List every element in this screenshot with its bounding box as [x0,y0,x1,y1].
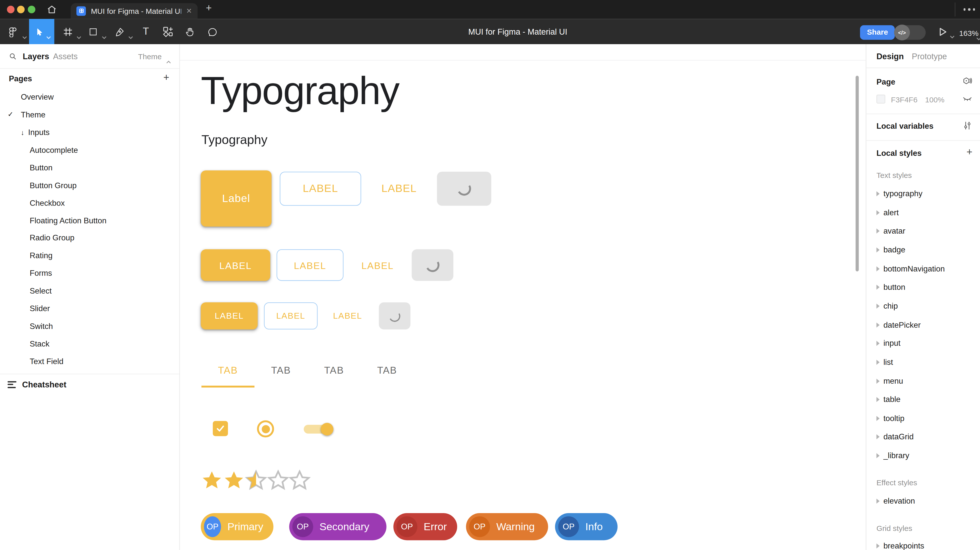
tab-design[interactable]: Design [876,52,904,61]
contained-button-medium[interactable]: LABEL [201,250,270,281]
close-window-button[interactable] [7,6,14,13]
text-style-table[interactable]: table [866,391,980,408]
variables-icon[interactable] [963,121,972,133]
add-style-button[interactable]: + [966,146,972,158]
text-style-alert[interactable]: alert [866,204,980,221]
grid-style-breakpoints[interactable]: breakpoints [866,538,980,550]
text-style-chip[interactable]: chip [866,298,980,314]
sidebar-page-select[interactable]: Select [0,282,179,300]
text-style-button[interactable]: button [866,279,980,295]
minimize-window-button[interactable] [17,6,25,13]
sidebar-page-floating-action-button[interactable]: Floating Action Button [0,212,179,229]
disclosure-caret-icon[interactable] [876,544,880,548]
frame-tool-button[interactable] [59,19,76,44]
disclosure-caret-icon[interactable] [876,210,880,215]
search-icon[interactable] [9,52,17,63]
tab-assets[interactable]: Assets [53,52,78,61]
loading-button-small[interactable] [379,302,410,329]
comment-tool-button[interactable] [204,19,220,44]
present-chevron-icon[interactable] [950,30,955,41]
disclosure-caret-icon[interactable] [876,304,880,308]
disclosure-caret-icon[interactable] [876,191,880,196]
disclosure-caret-icon[interactable] [876,247,880,253]
sidebar-page-overview[interactable]: Overview [0,88,179,106]
outlined-button-small[interactable]: LABEL [264,302,318,329]
chip-primary[interactable]: OPPrimary [201,513,274,540]
shape-tool-chevron-icon[interactable] [102,30,107,42]
sidebar-page-slider[interactable]: Slider [0,300,179,317]
add-page-button[interactable]: + [164,72,169,83]
loading-button-medium[interactable] [412,250,453,281]
menu-chevron-icon[interactable] [22,30,27,42]
text-style-_library[interactable]: _library [866,448,980,464]
text-tool-button[interactable]: T [138,19,154,44]
text-style-list[interactable]: list [866,354,980,370]
sidebar-page-switch[interactable]: Switch [0,317,179,335]
disclosure-caret-icon[interactable] [876,435,880,440]
page-color-hex[interactable]: F3F4F6 [891,95,918,104]
current-page-selector[interactable]: Theme [138,52,162,61]
radio-selected[interactable] [257,420,274,437]
sidebar-page-button[interactable]: Button [0,159,179,176]
text-style-input[interactable]: input [866,335,980,351]
star-1-full[interactable] [201,470,223,492]
new-tab-button[interactable]: + [206,3,212,14]
tab-1[interactable]: TAB [201,360,254,381]
window-overflow-menu-icon[interactable] [963,8,975,11]
tab-layers[interactable]: Layers [23,52,49,61]
pen-tool-chevron-icon[interactable] [128,30,133,42]
sidebar-page-theme[interactable]: ✓Theme [0,106,179,124]
star-4-empty[interactable] [267,470,289,492]
maximize-window-button[interactable] [28,6,35,13]
sidebar-page-button-group[interactable]: Button Group [0,176,179,194]
text-style-typography[interactable]: typography [866,186,980,202]
move-tool-chevron-icon[interactable] [46,30,51,42]
text-button-medium[interactable]: LABEL [352,250,403,281]
disclosure-caret-icon[interactable] [876,266,880,271]
disclosure-caret-icon[interactable] [876,499,880,504]
loading-button-large[interactable] [437,172,491,206]
text-button-small[interactable]: LABEL [324,302,371,329]
disclosure-caret-icon[interactable] [876,322,880,327]
outlined-button-medium[interactable]: LABEL [277,250,344,281]
move-tool-button[interactable] [29,19,54,44]
hand-tool-button[interactable] [182,19,198,44]
text-style-tooltip[interactable]: tooltip [866,410,980,426]
sidebar-page-text-field[interactable]: Text Field [0,353,179,370]
disclosure-caret-icon[interactable] [876,285,880,290]
star-5-empty[interactable] [289,470,311,492]
tab-prototype[interactable]: Prototype [912,52,947,61]
outlined-button-large[interactable]: LABEL [280,172,361,206]
tab-2[interactable]: TAB [255,360,307,381]
sidebar-page-radio-group[interactable]: Radio Group [0,229,179,247]
star-2-full[interactable] [223,470,245,492]
text-style-menu[interactable]: menu [866,373,980,389]
local-styles-label[interactable]: Local styles [876,149,921,158]
chip-warning[interactable]: OPWarning [466,513,548,540]
disclosure-caret-icon[interactable] [876,341,880,346]
chip-secondary[interactable]: OPSecondary [289,513,386,540]
tab-3[interactable]: TAB [307,360,361,381]
dev-mode-toggle[interactable]: </> [894,25,926,40]
text-style-dataGrid[interactable]: dataGrid [866,429,980,445]
sidebar-item-cheatsheet[interactable]: Cheatsheet [0,376,179,393]
close-tab-icon[interactable]: ✕ [186,8,192,14]
disclosure-caret-icon[interactable] [876,416,880,421]
home-icon[interactable] [47,5,57,17]
effect-style-elevation[interactable]: elevation [866,493,980,509]
disclosure-caret-icon[interactable] [876,453,880,458]
text-style-badge[interactable]: badge [866,242,980,258]
sidebar-page-forms[interactable]: Forms [0,265,179,282]
contained-button-large[interactable]: Label [201,170,272,227]
pen-tool-button[interactable] [111,19,127,44]
frame-tool-chevron-icon[interactable] [76,30,81,42]
design-canvas[interactable]: Typography Typography Label LABEL LABEL … [180,44,866,550]
contained-button-small[interactable]: LABEL [201,302,258,329]
local-variables-label[interactable]: Local variables [876,122,933,130]
canvas-scrollbar[interactable] [856,76,859,272]
present-button[interactable] [938,27,947,39]
resources-tool-button[interactable] [159,19,177,44]
share-button[interactable]: Share [860,25,895,40]
page-color-swatch[interactable] [876,95,885,103]
sidebar-page-rating[interactable]: Rating [0,247,179,264]
